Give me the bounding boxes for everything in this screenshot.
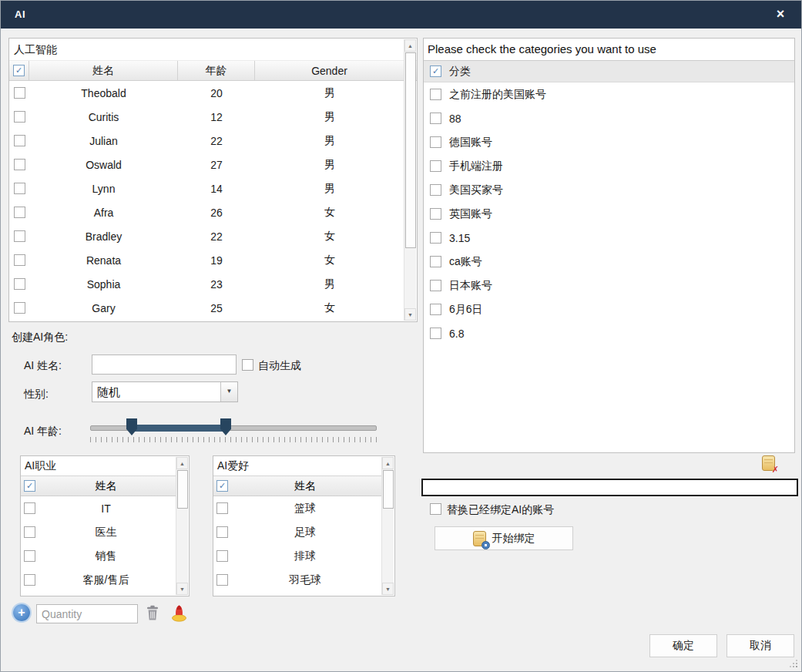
category-label: 3.15 <box>449 232 470 244</box>
category-checkbox[interactable] <box>430 304 441 315</box>
item-checkbox[interactable] <box>24 526 35 538</box>
row-checkbox[interactable] <box>14 111 25 123</box>
list-item[interactable]: 足球 <box>213 520 382 544</box>
table-row[interactable]: Bradley22女 <box>9 224 417 248</box>
table-row[interactable]: Afra26女 <box>9 200 417 224</box>
item-checkbox[interactable] <box>24 574 35 586</box>
row-checkbox[interactable] <box>14 135 25 146</box>
list-item[interactable]: 排球 <box>213 544 382 568</box>
category-label: 6.8 <box>449 328 464 340</box>
cancel-button[interactable]: 取消 <box>726 634 794 657</box>
replace-bound-checkbox[interactable] <box>430 503 441 515</box>
chevron-down-icon[interactable]: ▼ <box>220 382 237 402</box>
row-checkbox[interactable] <box>14 207 25 218</box>
scroll-up-icon[interactable]: ▲ <box>176 457 188 469</box>
item-checkbox[interactable] <box>216 526 228 538</box>
scroll-down-icon[interactable]: ▼ <box>404 308 416 321</box>
list-item[interactable]: 销售 <box>21 544 176 568</box>
select-all-checkbox[interactable]: ✓ <box>13 65 25 76</box>
category-checkbox[interactable] <box>430 184 441 196</box>
category-checkbox[interactable]: ✓ <box>430 66 441 77</box>
slider-handle-max[interactable] <box>220 418 231 435</box>
scrollbar-thumb[interactable] <box>177 470 188 509</box>
gender-select[interactable]: 随机 ▼ <box>92 381 238 402</box>
scroll-up-icon[interactable]: ▲ <box>382 457 394 469</box>
auto-generate-checkbox[interactable] <box>242 359 253 371</box>
listbox-scrollbar[interactable]: ▲ ▼ <box>381 457 394 595</box>
add-button[interactable]: + <box>13 604 30 621</box>
category-row[interactable]: 手机端注册 <box>424 154 794 178</box>
trash-icon[interactable] <box>146 605 159 621</box>
close-icon[interactable]: × <box>767 1 794 29</box>
category-row[interactable]: ca账号 <box>424 250 794 274</box>
slider-range[interactable] <box>132 425 226 432</box>
category-checkbox[interactable] <box>430 208 441 220</box>
list-item[interactable]: 羽毛球 <box>213 568 382 592</box>
scrollbar-thumb[interactable] <box>383 470 394 509</box>
category-row[interactable]: 日本账号 <box>424 274 794 297</box>
scroll-down-icon[interactable]: ▼ <box>382 583 394 595</box>
list-item[interactable]: 客服/售后 <box>21 568 176 592</box>
row-checkbox[interactable] <box>14 230 25 242</box>
row-checkbox[interactable] <box>14 159 25 170</box>
select-all-checkbox[interactable]: ✓ <box>24 480 35 492</box>
category-row[interactable]: 88 <box>424 106 794 130</box>
item-checkbox[interactable] <box>24 550 35 562</box>
row-checkbox[interactable] <box>14 302 25 314</box>
scrollbar-thumb[interactable] <box>405 52 416 248</box>
start-bind-button[interactable]: 开始绑定 <box>435 526 573 550</box>
table-row[interactable]: Oswald27男 <box>9 153 417 176</box>
row-checkbox[interactable] <box>14 183 25 194</box>
listbox-scrollbar[interactable]: ▲ ▼ <box>176 457 188 595</box>
table-row[interactable]: Curitis12男 <box>9 105 417 129</box>
item-checkbox[interactable] <box>216 574 228 586</box>
clear-binding-icon[interactable]: ✗ <box>762 455 775 471</box>
item-checkbox[interactable] <box>216 550 228 562</box>
table-row[interactable]: Julian22男 <box>9 129 417 153</box>
list-item[interactable]: 篮球 <box>213 496 382 520</box>
bell-icon[interactable] <box>170 603 188 622</box>
column-header-age[interactable]: 年龄 <box>178 61 255 80</box>
scroll-down-icon[interactable]: ▼ <box>176 583 188 595</box>
list-item[interactable]: 医生 <box>21 520 176 544</box>
category-row[interactable]: 德国账号 <box>424 130 794 154</box>
category-row[interactable]: 美国买家号 <box>424 178 794 202</box>
category-checkbox[interactable] <box>430 328 441 339</box>
select-all-checkbox[interactable]: ✓ <box>216 480 228 492</box>
row-checkbox[interactable] <box>14 278 25 290</box>
category-checkbox[interactable] <box>430 280 441 291</box>
row-checkbox[interactable] <box>14 254 25 266</box>
category-checkbox[interactable] <box>430 256 441 267</box>
table-scrollbar[interactable]: ▲ ▼ <box>404 39 416 321</box>
category-label: 日本账号 <box>449 279 492 293</box>
category-checkbox[interactable] <box>430 136 441 148</box>
row-checkbox[interactable] <box>14 87 25 99</box>
category-checkbox[interactable] <box>430 232 441 244</box>
category-row[interactable]: 之前注册的美国账号 <box>424 82 794 106</box>
table-row[interactable]: Theobald20男 <box>9 81 417 105</box>
table-row[interactable]: Lynn14男 <box>9 176 417 200</box>
category-row[interactable]: 3.15 <box>424 226 794 250</box>
table-row[interactable]: Gary25女 <box>9 296 417 320</box>
quantity-input[interactable] <box>36 604 138 623</box>
category-checkbox[interactable] <box>430 160 441 172</box>
table-row[interactable]: Renata19女 <box>9 248 417 272</box>
bind-target-input[interactable] <box>421 479 798 496</box>
scroll-up-icon[interactable]: ▲ <box>404 39 416 52</box>
category-checkbox[interactable] <box>430 113 441 124</box>
category-row[interactable]: 6月6日 <box>424 297 794 321</box>
ok-button[interactable]: 确定 <box>649 634 717 657</box>
category-row[interactable]: ✓ 分类 <box>424 61 794 82</box>
category-row[interactable]: 6.8 <box>424 321 794 345</box>
ai-name-input[interactable] <box>92 354 237 375</box>
column-header-name[interactable]: 姓名 <box>29 61 178 80</box>
slider-handle-min[interactable] <box>126 418 137 435</box>
item-checkbox[interactable] <box>24 502 35 514</box>
table-row[interactable]: Sophia23男 <box>9 272 417 296</box>
column-header-gender[interactable]: Gender <box>255 61 404 80</box>
resize-grip[interactable] <box>788 658 797 667</box>
item-checkbox[interactable] <box>216 502 228 514</box>
category-checkbox[interactable] <box>430 89 441 100</box>
category-row[interactable]: 英国账号 <box>424 202 794 226</box>
list-item[interactable]: IT <box>21 496 176 520</box>
